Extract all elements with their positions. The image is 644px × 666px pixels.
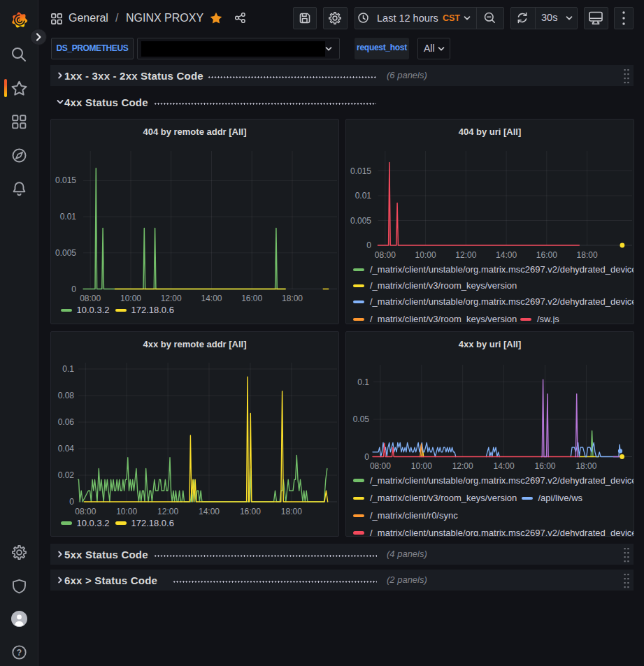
svg-text:0: 0 [364, 452, 369, 462]
svg-text:12:00: 12:00 [452, 461, 473, 471]
svg-text:08:00: 08:00 [80, 294, 101, 303]
svg-text:0.015: 0.015 [55, 175, 76, 185]
svg-text:0.005: 0.005 [350, 216, 371, 226]
svg-text:12:00: 12:00 [455, 250, 476, 260]
svg-text:12:00: 12:00 [161, 294, 182, 303]
svg-text:0.08: 0.08 [58, 391, 75, 400]
svg-text:10:00: 10:00 [116, 507, 137, 516]
svg-text:0.1: 0.1 [62, 364, 74, 374]
svg-text:14:00: 14:00 [494, 461, 515, 471]
svg-text:16:00: 16:00 [536, 250, 557, 260]
svg-text:0.1: 0.1 [357, 377, 369, 387]
svg-text:10:00: 10:00 [120, 294, 141, 303]
svg-text:10:00: 10:00 [411, 461, 432, 471]
svg-text:0.04: 0.04 [58, 444, 75, 454]
svg-text:0.05: 0.05 [353, 414, 370, 424]
svg-text:0: 0 [71, 284, 76, 294]
svg-text:0: 0 [366, 240, 371, 250]
svg-text:16:00: 16:00 [240, 507, 261, 516]
svg-text:18:00: 18:00 [282, 294, 303, 303]
svg-text:08:00: 08:00 [375, 250, 396, 260]
svg-text:14:00: 14:00 [201, 294, 222, 303]
svg-text:0.01: 0.01 [355, 191, 372, 201]
svg-text:0.01: 0.01 [60, 212, 77, 222]
svg-text:0.02: 0.02 [58, 470, 75, 480]
svg-text:16:00: 16:00 [241, 294, 262, 303]
svg-text:?: ? [17, 648, 22, 658]
svg-text:08:00: 08:00 [75, 507, 96, 516]
svg-text:0.06: 0.06 [58, 417, 75, 427]
svg-text:0: 0 [69, 497, 74, 507]
svg-text:14:00: 14:00 [199, 507, 220, 516]
svg-text:18:00: 18:00 [575, 461, 596, 471]
svg-text:16:00: 16:00 [534, 461, 555, 471]
svg-text:0.005: 0.005 [55, 248, 76, 258]
svg-text:10:00: 10:00 [415, 250, 436, 260]
svg-text:14:00: 14:00 [496, 250, 517, 260]
svg-text:18:00: 18:00 [281, 507, 302, 516]
svg-text:08:00: 08:00 [370, 461, 391, 471]
svg-text:18:00: 18:00 [577, 250, 598, 260]
svg-text:0.015: 0.015 [350, 166, 371, 176]
svg-text:12:00: 12:00 [157, 507, 178, 516]
